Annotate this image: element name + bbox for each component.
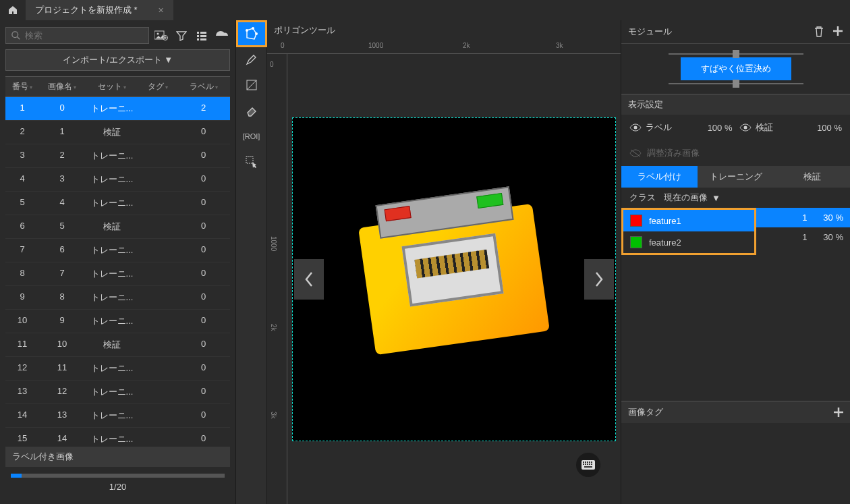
col-number[interactable]: 番号▾ bbox=[5, 77, 39, 96]
eye-off-icon bbox=[629, 149, 642, 157]
svg-line-1 bbox=[18, 36, 20, 39]
eye-icon bbox=[629, 123, 642, 132]
module-header: モジュール bbox=[628, 26, 672, 38]
svg-rect-24 bbox=[585, 464, 586, 465]
validation-text: 検証 bbox=[756, 121, 773, 134]
svg-point-12 bbox=[252, 27, 254, 30]
svg-rect-20 bbox=[587, 461, 588, 463]
adjusted-image-toggle[interactable] bbox=[629, 149, 642, 157]
ruler-horizontal: 0 1000 2k 3k bbox=[267, 40, 621, 54]
canvas-title: ポリゴンツール bbox=[267, 20, 621, 40]
validation-visibility-toggle[interactable] bbox=[739, 123, 752, 132]
keyboard-shortcuts-button[interactable] bbox=[576, 453, 600, 477]
table-row[interactable]: 54トレーニ...0 bbox=[5, 192, 230, 215]
plus-icon bbox=[832, 26, 843, 36]
svg-rect-9 bbox=[197, 38, 199, 40]
next-image-button[interactable] bbox=[584, 259, 614, 300]
list-view-icon[interactable] bbox=[194, 28, 210, 44]
project-tab[interactable]: プロジェクトを新規作成 * ✕ bbox=[26, 0, 173, 20]
class-dropdown[interactable]: 現在の画像 ▼ bbox=[664, 192, 720, 204]
search-icon bbox=[11, 31, 21, 40]
image-tags-header: 画像タグ bbox=[628, 406, 663, 418]
import-export-button[interactable]: インポート/エクスポート ▼ bbox=[5, 49, 230, 71]
connector-image bbox=[358, 203, 550, 354]
svg-rect-28 bbox=[584, 466, 592, 468]
table-row[interactable]: 98トレーニ...0 bbox=[5, 286, 230, 310]
col-label[interactable]: ラベル▾ bbox=[177, 77, 230, 96]
svg-rect-21 bbox=[589, 461, 590, 463]
table-row[interactable]: 87トレーニ...0 bbox=[5, 262, 230, 286]
image-settings-icon[interactable] bbox=[153, 28, 169, 44]
add-module-button[interactable] bbox=[832, 26, 843, 38]
tab-validation[interactable]: 検証 bbox=[774, 166, 850, 188]
feature-row[interactable]: feature1 bbox=[623, 210, 754, 231]
table-row[interactable]: 43トレーニ...0 bbox=[5, 168, 230, 192]
polygon-tool[interactable] bbox=[237, 22, 266, 46]
tab-labeling[interactable]: ラベル付け bbox=[621, 166, 698, 188]
table-row[interactable]: 76トレーニ...0 bbox=[5, 239, 230, 262]
svg-point-13 bbox=[255, 32, 258, 35]
progress-bar bbox=[11, 474, 225, 478]
shape-tool[interactable] bbox=[237, 73, 266, 97]
table-row[interactable]: 10トレーニ...2 bbox=[5, 97, 230, 121]
ruler-vertical: 0 1000 2k 3k bbox=[267, 54, 287, 504]
table-row[interactable]: 21検証0 bbox=[5, 121, 230, 144]
svg-rect-26 bbox=[589, 464, 590, 465]
color-swatch bbox=[630, 236, 642, 248]
col-tag[interactable]: タグ▾ bbox=[139, 77, 177, 96]
brush-tool[interactable] bbox=[237, 47, 266, 72]
keyboard-icon bbox=[582, 460, 595, 470]
svg-rect-16 bbox=[246, 157, 253, 163]
filter-icon[interactable] bbox=[173, 28, 190, 44]
chevron-down-icon: ▼ bbox=[712, 193, 720, 203]
svg-rect-22 bbox=[591, 461, 592, 463]
svg-line-15 bbox=[247, 80, 256, 90]
labeled-images-header: ラベル付き画像 bbox=[5, 447, 230, 467]
svg-point-0 bbox=[12, 31, 18, 37]
home-button[interactable] bbox=[0, 0, 26, 20]
table-row[interactable]: 1110検証0 bbox=[5, 333, 230, 357]
tab-training[interactable]: トレーニング bbox=[698, 166, 774, 188]
col-name[interactable]: 画像名▾ bbox=[39, 77, 85, 96]
table-row[interactable]: 1312トレーニ...0 bbox=[5, 381, 230, 404]
svg-rect-7 bbox=[197, 35, 199, 37]
select-tool[interactable] bbox=[237, 150, 266, 174]
table-row[interactable]: 1413トレーニ...0 bbox=[5, 404, 230, 428]
module-slider[interactable] bbox=[669, 53, 803, 55]
adjusted-image-text: 調整済み画像 bbox=[647, 147, 700, 159]
prev-image-button[interactable] bbox=[294, 259, 324, 300]
svg-point-29 bbox=[634, 126, 638, 130]
image-viewport bbox=[292, 117, 616, 441]
svg-rect-27 bbox=[591, 464, 592, 465]
svg-point-11 bbox=[246, 29, 248, 32]
delete-module-button[interactable] bbox=[814, 26, 824, 38]
compare-icon[interactable] bbox=[214, 28, 230, 44]
color-swatch bbox=[630, 215, 642, 227]
display-settings-header: 表示設定 bbox=[621, 94, 850, 115]
feature-row[interactable]: feature2 bbox=[623, 231, 754, 253]
svg-rect-6 bbox=[200, 32, 206, 34]
search-input[interactable] bbox=[25, 30, 143, 40]
eraser-tool[interactable] bbox=[237, 99, 266, 123]
module-slider-bottom[interactable] bbox=[669, 83, 803, 84]
col-set[interactable]: セット▾ bbox=[85, 77, 139, 96]
home-icon bbox=[7, 5, 18, 16]
add-tag-button[interactable] bbox=[834, 408, 843, 417]
search-input-wrap[interactable] bbox=[5, 27, 149, 44]
table-row[interactable]: 32トレーニ...0 bbox=[5, 144, 230, 168]
close-icon[interactable]: ✕ bbox=[158, 6, 164, 15]
quick-position-button[interactable]: すばやく位置決め bbox=[681, 57, 791, 80]
table-row[interactable]: 109トレーニ...0 bbox=[5, 310, 230, 333]
label-visibility-toggle[interactable] bbox=[629, 123, 642, 132]
roi-tool[interactable]: [ROI] bbox=[237, 124, 266, 148]
red-led-region bbox=[385, 206, 412, 221]
feature-name: feature2 bbox=[649, 237, 681, 248]
table-row[interactable]: 1514トレーニ...0 bbox=[5, 428, 230, 443]
feature-name: feature1 bbox=[649, 216, 681, 226]
svg-rect-25 bbox=[587, 464, 588, 465]
canvas[interactable] bbox=[287, 54, 621, 504]
table-row[interactable]: 1211トレーニ...0 bbox=[5, 357, 230, 381]
svg-rect-23 bbox=[583, 464, 584, 465]
table-row[interactable]: 65検証0 bbox=[5, 215, 230, 239]
label-pct: 100 % bbox=[708, 123, 733, 133]
